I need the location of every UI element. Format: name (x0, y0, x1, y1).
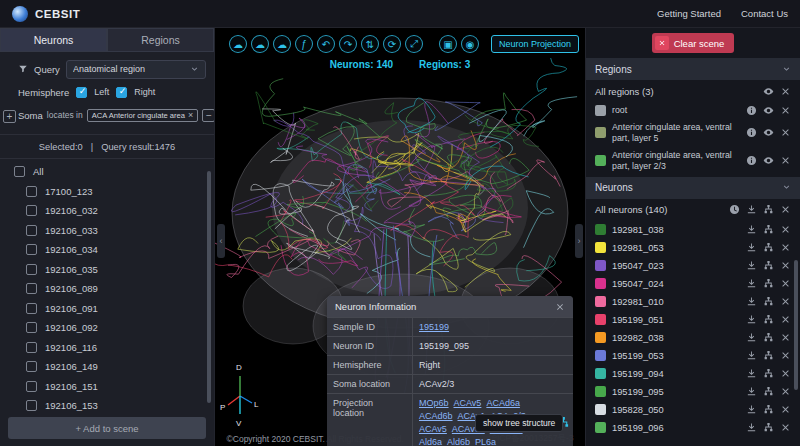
neuron-row[interactable]: 192981_038 (586, 221, 800, 239)
close-icon[interactable] (780, 127, 791, 138)
tree-icon[interactable] (763, 368, 774, 379)
tree-icon[interactable] (763, 404, 774, 415)
tree-icon[interactable] (763, 314, 774, 325)
item-checkbox[interactable] (26, 303, 37, 314)
sample-id-link[interactable]: 195199 (419, 322, 449, 332)
list-item[interactable]: 192106_034 (0, 240, 214, 260)
close-icon[interactable] (780, 314, 791, 325)
close-icon[interactable] (780, 105, 791, 116)
viewport[interactable]: ☁☁☁ƒ↶↷⇅⟳⤢▣◉Neuron Projection Neurons: 14… (215, 28, 585, 446)
tree-icon[interactable] (763, 350, 774, 361)
screenshot-icon[interactable]: ◉ (461, 35, 479, 53)
neuron-row[interactable]: 195828_050 (586, 401, 800, 419)
download-icon[interactable] (746, 314, 757, 325)
close-icon[interactable] (555, 302, 565, 312)
tree-icon[interactable] (763, 242, 774, 253)
list-item[interactable]: 192106_032 (0, 201, 214, 221)
download-icon[interactable] (746, 368, 757, 379)
redo-icon[interactable]: ↷ (339, 35, 357, 53)
undo-icon[interactable]: ↶ (317, 35, 335, 53)
info-icon[interactable] (746, 127, 757, 138)
left-list-scrollbar[interactable] (207, 171, 211, 403)
tree-icon[interactable] (763, 204, 774, 215)
tree-icon[interactable] (763, 224, 774, 235)
fullscreen-icon[interactable]: ▣ (439, 35, 457, 53)
cloud-slice-icon[interactable]: ☁ (273, 35, 291, 53)
projection-region-link[interactable]: ACAd6a (486, 398, 520, 408)
reset-view-icon[interactable]: ⟳ (383, 35, 401, 53)
tree-icon[interactable] (763, 422, 774, 433)
region-row[interactable]: root (586, 102, 800, 119)
close-icon[interactable] (780, 224, 791, 235)
list-item[interactable]: 192106_151 (0, 377, 214, 397)
cloud-mesh-icon[interactable]: ☁ (251, 35, 269, 53)
clear-scene-button[interactable]: Clear scene (652, 33, 735, 53)
close-icon[interactable] (780, 242, 791, 253)
close-icon[interactable] (780, 386, 791, 397)
getting-started-link[interactable]: Getting Started (657, 8, 721, 19)
download-icon[interactable] (746, 422, 757, 433)
close-icon[interactable] (780, 404, 791, 415)
item-checkbox[interactable] (26, 264, 37, 275)
regions-section-header[interactable]: Regions (586, 58, 800, 80)
neuron-row[interactable]: 192981_053 (586, 239, 800, 257)
neuron-row[interactable]: 192981_010 (586, 293, 800, 311)
list-item[interactable]: 192106_033 (0, 221, 214, 241)
list-item[interactable]: 192106_153 (0, 396, 214, 413)
add-condition-button[interactable]: + (3, 110, 16, 123)
list-item[interactable]: 192106_035 (0, 260, 214, 280)
remove-condition-button[interactable]: − (202, 109, 215, 122)
item-checkbox[interactable] (26, 342, 37, 353)
neuron-row[interactable]: 195199_095 (586, 383, 800, 401)
projection-region-link[interactable]: ACAv5 (419, 424, 447, 434)
close-icon[interactable] (780, 278, 791, 289)
eye-icon[interactable] (763, 86, 774, 97)
eye-icon[interactable] (763, 155, 774, 166)
zoom-extents-icon[interactable]: ⤢ (405, 35, 423, 53)
download-icon[interactable] (746, 278, 757, 289)
neuron-row[interactable]: 192982_038 (586, 329, 800, 347)
projection-region-link[interactable]: Ald6b (447, 437, 470, 446)
download-icon[interactable] (746, 332, 757, 343)
close-icon[interactable] (780, 368, 791, 379)
point-cloud-icon[interactable]: ☁ (229, 35, 247, 53)
item-checkbox[interactable] (26, 186, 37, 197)
download-icon[interactable] (746, 260, 757, 271)
close-icon[interactable] (780, 155, 791, 166)
close-icon[interactable] (780, 296, 791, 307)
item-checkbox[interactable] (26, 361, 37, 372)
close-icon[interactable] (780, 350, 791, 361)
download-icon[interactable] (746, 242, 757, 253)
contact-us-link[interactable]: Contact Us (741, 8, 788, 19)
soma-region-chip[interactable]: ACA Anterior cingulate area × (87, 109, 199, 122)
chip-close-icon[interactable]: × (188, 111, 193, 120)
right-scrollbar[interactable] (794, 260, 798, 390)
item-checkbox[interactable] (26, 283, 37, 294)
neuron-row[interactable]: 195047_023 (586, 257, 800, 275)
projection-region-link[interactable]: PL6a (475, 437, 496, 446)
cloud-sync-icon[interactable]: ⇅ (361, 35, 379, 53)
list-item[interactable]: 192106_092 (0, 318, 214, 338)
tab-regions[interactable]: Regions (107, 28, 214, 52)
neuron-row[interactable]: 195047_024 (586, 275, 800, 293)
neuron-row[interactable]: 195199_096 (586, 419, 800, 437)
list-item[interactable]: 17100_123 (0, 182, 214, 202)
item-checkbox[interactable] (26, 205, 37, 216)
projection-region-link[interactable]: MOp6b (419, 398, 449, 408)
list-item[interactable]: 192106_091 (0, 299, 214, 319)
list-item-all[interactable]: All (0, 162, 214, 182)
item-checkbox[interactable] (26, 400, 37, 411)
region-row[interactable]: Anterior cingulate area, ventral part, l… (586, 119, 800, 147)
eye-icon[interactable] (763, 105, 774, 116)
close-icon[interactable] (780, 260, 791, 271)
download-icon[interactable] (746, 224, 757, 235)
tree-icon[interactable] (763, 332, 774, 343)
projection-region-link[interactable]: ACAd6b (419, 411, 453, 421)
tree-icon[interactable] (763, 296, 774, 307)
close-icon[interactable] (780, 86, 791, 97)
item-checkbox[interactable] (26, 244, 37, 255)
list-item[interactable]: 192106_149 (0, 357, 214, 377)
download-icon[interactable] (746, 204, 757, 215)
tree-icon[interactable] (763, 386, 774, 397)
close-icon[interactable] (780, 422, 791, 433)
